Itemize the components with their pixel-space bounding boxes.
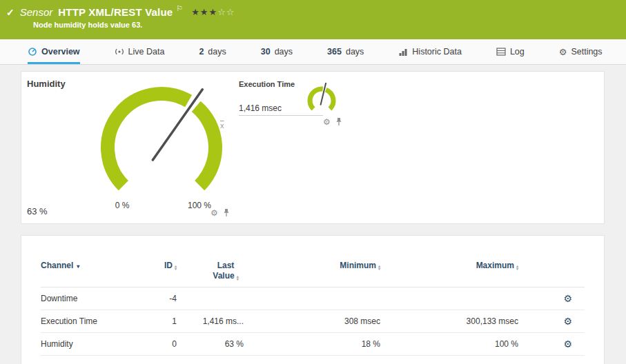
tab-live-data-label: Live Data <box>128 47 165 57</box>
column-header-maximum[interactable]: Maximum▴▾ <box>380 261 518 271</box>
tab-30-days[interactable]: 30 days <box>261 39 293 64</box>
gauge-min-label: 0 % <box>115 201 130 210</box>
sensor-title-row: ✓ Sensor HTTP XML/REST Value ⚐ ★★★☆☆ <box>0 0 626 18</box>
sensor-name: HTTP XML/REST Value <box>58 6 173 18</box>
gauge-pin-icon[interactable] <box>223 208 230 217</box>
tab-historic-data[interactable]: Historic Data <box>398 39 462 64</box>
tab-2-days[interactable]: 2 days <box>199 39 226 64</box>
humidity-gauge-controls: ⚙ <box>211 208 230 217</box>
cell-minimum: 18 % <box>244 339 380 349</box>
tab-settings-label: Settings <box>571 47 602 57</box>
live-data-icon <box>115 47 124 57</box>
cell-last-value: 1,416 ms... <box>177 316 244 326</box>
log-icon <box>496 48 506 56</box>
table-row: Downtime -4 ⚙ <box>41 287 585 310</box>
overview-icon <box>28 47 37 57</box>
historic-data-icon <box>398 48 408 57</box>
gauge-max-label: 100 % <box>188 201 211 210</box>
cell-maximum: 300,133 msec <box>380 316 518 326</box>
sensor-status-text: Node humidity holds value 63. <box>0 18 626 29</box>
sensor-type-label: Sensor <box>20 6 53 18</box>
execution-time-divider <box>239 115 323 116</box>
gauge-gear-icon[interactable]: ⚙ <box>323 118 331 126</box>
channel-settings-icon[interactable]: ⚙ <box>563 338 572 350</box>
execution-time-gauge-controls: ⚙ <box>323 117 342 126</box>
sort-icon[interactable]: ▴▾ <box>237 275 239 281</box>
sort-icon[interactable]: ▴▾ <box>516 265 518 270</box>
cell-channel: Humidity <box>41 339 137 349</box>
table-row: Humidity 0 63 % 18 % 100 % ⚙ <box>41 333 585 356</box>
tab-bar: Overview Live Data 2 days 30 days 365 da… <box>0 39 626 65</box>
cell-id: 0 <box>137 339 177 349</box>
execution-time-value: 1,416 msec <box>239 103 282 113</box>
cell-id: 1 <box>137 316 177 326</box>
tab-overview[interactable]: Overview <box>28 39 80 64</box>
sensor-header: ✓ Sensor HTTP XML/REST Value ⚐ ★★★☆☆ Nod… <box>0 0 626 39</box>
humidity-gauge: 0 % 100 % <box>82 79 241 216</box>
cell-channel: Downtime <box>41 294 137 303</box>
tab-365-days-number: 365 <box>327 47 342 57</box>
channels-table: Channel▾ ID▴▾ Last Value▴▾ Minimum▴▾ Max… <box>21 261 604 356</box>
humidity-gauge-title: Humidity <box>27 79 66 89</box>
settings-gear-icon: ⚙ <box>559 48 567 57</box>
stars-filled[interactable]: ★★★ <box>191 7 217 17</box>
average-toggle-icon[interactable]: x <box>220 121 224 130</box>
tab-log[interactable]: Log <box>496 39 525 64</box>
table-row: Execution Time 1 1,416 ms... 308 msec 30… <box>41 310 585 333</box>
tab-365-days-label: days <box>346 47 364 57</box>
gauges-panel: Humidity 0 % 100 % 63 % x ⚙ Execution Ti… <box>21 71 605 224</box>
status-check-icon: ✓ <box>6 7 14 18</box>
humidity-current-value: 63 % <box>27 206 48 216</box>
execution-time-gauge-title: Execution Time <box>239 80 295 88</box>
tab-30-days-label: days <box>275 47 293 57</box>
column-header-id[interactable]: ID▴▾ <box>137 261 177 271</box>
cell-id: -4 <box>137 294 177 303</box>
cell-minimum: 308 msec <box>244 316 380 326</box>
tab-2-days-number: 2 <box>199 47 204 57</box>
table-header-row: Channel▾ ID▴▾ Last Value▴▾ Minimum▴▾ Max… <box>41 261 585 287</box>
cell-channel: Execution Time <box>41 316 137 326</box>
tab-historic-data-label: Historic Data <box>412 47 462 57</box>
gauge-pin-icon[interactable] <box>335 117 342 126</box>
column-header-last-value[interactable]: Last Value▴▾ <box>177 261 244 281</box>
cell-last-value: 63 % <box>177 339 244 349</box>
rating-stars[interactable]: ★★★☆☆ <box>191 7 235 17</box>
gauge-gear-icon[interactable]: ⚙ <box>211 209 218 217</box>
tab-live-data[interactable]: Live Data <box>115 39 165 64</box>
channel-settings-icon[interactable]: ⚙ <box>563 316 572 327</box>
channel-settings-icon[interactable]: ⚙ <box>563 293 572 304</box>
priority-flag-icon[interactable]: ⚐ <box>176 4 183 13</box>
sort-caret-icon[interactable]: ▾ <box>77 263 79 270</box>
tab-log-label: Log <box>510 47 525 57</box>
tab-2-days-label: days <box>208 47 226 57</box>
cell-maximum: 100 % <box>380 339 518 349</box>
column-header-channel[interactable]: Channel▾ <box>41 261 137 272</box>
tab-30-days-number: 30 <box>261 47 271 57</box>
column-header-minimum[interactable]: Minimum▴▾ <box>244 261 380 271</box>
execution-time-gauge <box>301 83 342 119</box>
stars-empty[interactable]: ☆☆ <box>217 7 235 17</box>
tab-settings[interactable]: ⚙ Settings <box>559 39 603 64</box>
channels-table-panel: Channel▾ ID▴▾ Last Value▴▾ Minimum▴▾ Max… <box>21 235 605 364</box>
tab-365-days[interactable]: 365 days <box>327 39 364 64</box>
tab-overview-label: Overview <box>41 47 80 57</box>
